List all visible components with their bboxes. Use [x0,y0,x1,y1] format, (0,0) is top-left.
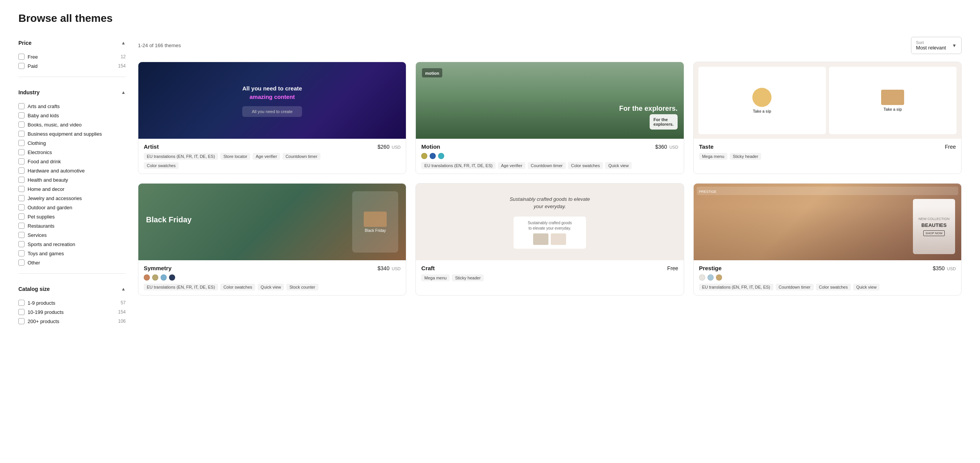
filter-item-outdoor[interactable]: Outdoor and garden [18,203,126,212]
filter-item-other[interactable]: Other [18,258,126,267]
filter-item-services[interactable]: Services [18,230,126,240]
filter-item-food[interactable]: Food and drink [18,157,126,166]
price-chevron-icon: ▲ [121,40,126,46]
checkbox-200-plus[interactable] [18,318,25,324]
tag-item: Quick view [258,284,284,291]
hardware-label: Hardware and automotive [28,168,85,174]
sidebar: Price ▲ Free 12 Paid 154 [18,37,126,341]
filter-item-business[interactable]: Business equipment and supplies [18,129,126,138]
clothing-label: Clothing [28,140,46,146]
theme-card-craft[interactable]: Sustainably crafted goods to elevateyour… [415,183,684,296]
artist-theme-info: Artist $260 USD EU translations (EN, FR,… [138,139,406,173]
checkbox-outdoor[interactable] [18,204,25,210]
tag-item: EU translations (EN, FR, IT, DE, ES) [144,153,218,160]
toys-label: Toys and games [28,251,64,256]
taste-preview-image: Take a sip Take a sip [694,62,961,139]
symmetry-theme-tags: EU translations (EN, FR, IT, DE, ES) Col… [144,284,401,291]
filter-item-baby[interactable]: Baby and kids [18,111,126,120]
filter-item-hardware[interactable]: Hardware and automotive [18,166,126,175]
checkbox-food[interactable] [18,158,25,164]
theme-card-prestige[interactable]: PRESTIGE NEW COLLECTION BEAUTIES SHOP NO… [693,183,962,296]
checkbox-electronics[interactable] [18,149,25,155]
prestige-theme-name: Prestige [699,265,722,271]
filter-item-paid[interactable]: Paid 154 [18,61,126,71]
jewelry-label: Jewelry and accessories [28,195,82,201]
paid-label: Paid [28,63,38,69]
catalog-filter-header[interactable]: Catalog size ▲ [18,283,126,295]
theme-card-artist[interactable]: All you need to createamazing content Al… [138,62,406,174]
color-dot [421,153,427,159]
checkbox-arts[interactable] [18,103,25,109]
filter-item-jewelry[interactable]: Jewelry and accessories [18,194,126,203]
theme-card-symmetry[interactable]: Black Friday Black Friday Symmetry $340 … [138,183,406,296]
tag-item: EU translations (EN, FR, IT, DE, ES) [699,284,773,291]
checkbox-10-199[interactable] [18,309,25,315]
filter-item-1-9[interactable]: 1-9 products 57 [18,298,126,307]
checkbox-jewelry[interactable] [18,195,25,201]
checkbox-hardware[interactable] [18,167,25,174]
checkbox-services[interactable] [18,232,25,238]
filter-item-restaurants[interactable]: Restaurants [18,221,126,230]
filter-item-arts[interactable]: Arts and crafts [18,102,126,111]
motion-color-dots [421,153,678,159]
sort-dropdown[interactable]: Sort Most relevant ▼ [911,37,962,54]
filter-item-home[interactable]: Home and decor [18,184,126,194]
checkbox-baby[interactable] [18,112,25,118]
tag-item: Color swatches [144,162,179,169]
artist-theme-name: Artist [144,143,159,150]
symmetry-theme-name: Symmetry [144,265,172,271]
checkbox-free[interactable] [18,54,25,60]
checkbox-home[interactable] [18,186,25,192]
books-label: Books, music, and video [28,122,82,128]
symmetry-theme-info: Symmetry $340 USD EU translations (EN, F… [138,260,406,295]
filter-item-books[interactable]: Books, music, and video [18,120,126,129]
pet-label: Pet supplies [28,214,55,220]
checkbox-paid[interactable] [18,63,25,69]
filter-item-200-plus[interactable]: 200+ products 106 [18,317,126,326]
tag-item: EU translations (EN, FR, IT, DE, ES) [421,162,496,169]
industry-filter-label: Industry [18,89,39,95]
filter-item-health[interactable]: Health and beauty [18,175,126,184]
checkbox-sports[interactable] [18,241,25,247]
tag-item: Quick view [605,162,632,169]
tag-item: Color swatches [568,162,603,169]
checkbox-business[interactable] [18,131,25,137]
catalog-filter-section: Catalog size ▲ 1-9 products 57 10-199 pr… [18,283,126,332]
craft-theme-price: Free [667,265,678,271]
tag-item: Stock counter [286,284,318,291]
tag-item: Age verifier [253,153,280,160]
artist-preview-image: All you need to createamazing content Al… [138,62,406,139]
sort-value: Most relevant [916,45,946,51]
theme-card-taste[interactable]: Take a sip Take a sip [693,62,962,174]
filter-item-sports[interactable]: Sports and recreation [18,240,126,249]
checkbox-toys[interactable] [18,250,25,256]
filter-item-toys[interactable]: Toys and games [18,249,126,258]
1-9-count: 57 [121,300,126,305]
checkbox-health[interactable] [18,177,25,183]
content-area: Price ▲ Free 12 Paid 154 [18,37,962,341]
theme-card-motion[interactable]: motion For the explorers. For theexplore… [415,62,684,174]
services-label: Services [28,232,47,238]
craft-theme-tags: Mega menu Sticky header [421,274,678,281]
checkbox-1-9[interactable] [18,300,25,306]
filter-item-clothing[interactable]: Clothing [18,138,126,148]
checkbox-pet[interactable] [18,213,25,220]
checkbox-restaurants[interactable] [18,223,25,229]
industry-filter-header[interactable]: Industry ▲ [18,86,126,99]
tag-item: Age verifier [498,162,525,169]
tag-item: Quick view [853,284,880,291]
price-filter-header[interactable]: Price ▲ [18,37,126,49]
motion-theme-tags: EU translations (EN, FR, IT, DE, ES) Age… [421,162,678,169]
checkbox-other[interactable] [18,259,25,266]
free-label: Free [28,54,38,60]
symmetry-preview-image: Black Friday Black Friday [138,184,406,260]
filter-item-pet[interactable]: Pet supplies [18,212,126,221]
main-content: 1-24 of 166 themes Sort Most relevant ▼ [138,37,962,341]
craft-theme-name: Craft [421,265,435,271]
filter-item-electronics[interactable]: Electronics [18,148,126,157]
filter-item-free[interactable]: Free 12 [18,52,126,61]
filter-item-10-199[interactable]: 10-199 products 154 [18,307,126,317]
checkbox-clothing[interactable] [18,140,25,146]
checkbox-books[interactable] [18,121,25,128]
baby-label: Baby and kids [28,113,59,118]
